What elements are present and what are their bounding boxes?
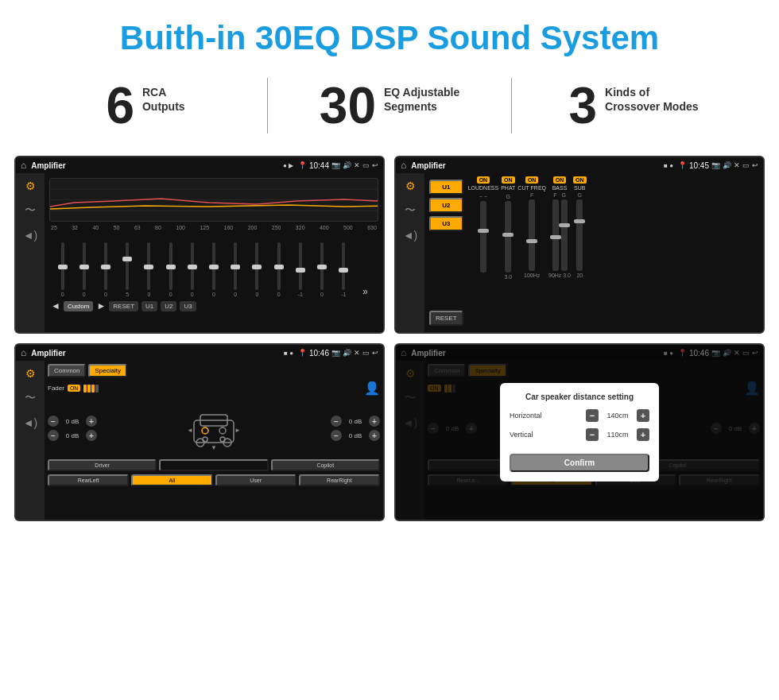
speaker-icon-1[interactable]: ◄) (23, 229, 38, 242)
confirm-button[interactable]: Confirm (510, 454, 649, 472)
wave-icon-1[interactable]: 〜 (25, 203, 36, 218)
status-icons-3: 📍 10:46 📷 🔊 ✕ ▭ ↩ (298, 349, 378, 358)
u2-btn[interactable]: U2 (161, 301, 176, 311)
db-minus-tr[interactable]: − (331, 416, 342, 427)
eq-slider-0[interactable]: 0 (52, 242, 72, 297)
tab-common[interactable]: Common (48, 364, 86, 377)
db-minus-tl[interactable]: − (48, 416, 59, 427)
vertical-label: Vertical (510, 431, 553, 439)
pin-icon-3: 📍 (298, 349, 307, 357)
dsp-reset-btn[interactable]: RESET (429, 311, 463, 326)
app-title-2: Amplifier (411, 161, 659, 170)
person-icon[interactable]: 👤 (364, 381, 380, 396)
vertical-plus[interactable]: + (637, 428, 649, 441)
copilot-btn[interactable]: Copilot (271, 459, 380, 471)
dot-icon-3: ■ ● (284, 350, 293, 357)
horizontal-plus[interactable]: + (637, 409, 649, 422)
all-btn[interactable]: All (131, 474, 212, 486)
status-bar-2: ⌂ Amplifier ■ ● 📍 10:45 📷 🔊 ✕ ▭ ↩ (396, 157, 763, 173)
channel-cutfreq: ON CUT FREQ F 100Hz (517, 176, 546, 329)
sub-slider[interactable] (576, 199, 583, 271)
loudness-slider[interactable] (480, 201, 486, 273)
preset-custom[interactable]: Custom (64, 301, 94, 311)
u3-btn[interactable]: U3 (180, 301, 196, 311)
preset-u3[interactable]: U3 (429, 216, 463, 231)
db-minus-bl[interactable]: − (48, 430, 59, 441)
eq-slider-expand[interactable]: » (355, 286, 375, 297)
cross-main: Common Specialty Fader ON 👤 (45, 361, 383, 520)
vertical-minus[interactable]: − (586, 428, 599, 441)
eq-bottom-bar: ◄ Custom ► RESET U1 U2 U3 (49, 300, 378, 311)
svg-text:◄: ◄ (187, 427, 193, 434)
channel-bass: ON BASS F G (548, 176, 571, 329)
stat-divider-1 (267, 78, 268, 133)
status-icons-1: 📍 10:44 📷 🔊 ✕ ▭ ↩ (298, 161, 378, 170)
next-arrow[interactable]: ► (96, 300, 106, 311)
eq-slider-11[interactable]: -1 (290, 242, 310, 297)
rearright-btn[interactable]: RearRight (299, 474, 380, 486)
db-minus-br[interactable]: − (331, 430, 342, 441)
camera-icon-2: 📷 (711, 161, 720, 169)
camera-icon-1: 📷 (331, 161, 340, 169)
user-btn[interactable]: User (215, 474, 296, 486)
horizontal-minus[interactable]: − (586, 409, 599, 422)
volume-icon-3: 🔊 (343, 349, 351, 357)
wave-icon-2[interactable]: 〜 (405, 203, 416, 218)
speaker-icon-2[interactable]: ◄) (403, 229, 418, 242)
eq-freq-labels: 25 32 40 50 63 80 100 125 160 200 250 32… (49, 225, 378, 230)
cutfreq-slider[interactable] (529, 199, 535, 271)
eq-slider-10[interactable]: 0 (269, 242, 289, 297)
db-plus-bl[interactable]: + (86, 430, 97, 441)
eq-slider-12[interactable]: 0 (312, 242, 331, 297)
dsp-channel-controls: ON LOUDNESS ~ ~ ON (468, 176, 587, 329)
stat-eq-label: EQ AdjustableSegments (384, 85, 459, 114)
eq-slider-7[interactable]: 0 (203, 242, 223, 297)
eq-slider-13[interactable]: -1 (334, 242, 354, 297)
home-icon-1: ⌂ (21, 160, 26, 171)
eq-slider-8[interactable]: 0 (226, 242, 246, 297)
back-icon-2: ↩ (752, 161, 758, 169)
screen-dialog: ⌂ Amplifier ■ ● 📍 10:46 📷 🔊 ✕ ▭ ↩ ⚙ 〜 ◄) (394, 343, 765, 521)
pin-icon-2: 📍 (678, 161, 687, 169)
pin-icon-1: 📍 (298, 161, 307, 169)
crossover-content: ⚙ 〜 ◄) Common Specialty Fader ON (16, 361, 383, 520)
prev-arrow[interactable]: ◄ (51, 300, 60, 311)
db-plus-br[interactable]: + (369, 430, 380, 441)
preset-u2[interactable]: U2 (429, 198, 463, 213)
window-icon-3: ▭ (362, 349, 370, 357)
left-db-controls: − 0 dB + − 0 dB + (48, 416, 97, 441)
bass-slider-g[interactable] (561, 199, 568, 271)
filter-icon-2[interactable]: ⚙ (405, 180, 416, 192)
home-icon-3: ⌂ (21, 347, 26, 358)
eq-slider-9[interactable]: 0 (247, 242, 267, 297)
eq-slider-2[interactable]: 0 (95, 242, 115, 297)
phat-slider[interactable] (505, 201, 511, 273)
app-title-1: Amplifier (31, 161, 278, 170)
filter-icon-3[interactable]: ⚙ (25, 367, 36, 380)
bass-slider-f[interactable] (552, 199, 559, 271)
preset-u1[interactable]: U1 (429, 180, 463, 195)
db-row-bl: − 0 dB + (48, 430, 97, 441)
db-plus-tl[interactable]: + (86, 416, 97, 427)
u1-btn[interactable]: U1 (141, 301, 157, 311)
eq-slider-3[interactable]: 5 (118, 242, 138, 297)
stat-crossover-label: Kinds ofCrossover Modes (605, 85, 698, 114)
rearleft-btn[interactable]: RearLeft (48, 474, 129, 486)
eq-slider-1[interactable]: 0 (74, 242, 94, 297)
time-1: 10:44 (309, 161, 329, 170)
channel-loudness: ON LOUDNESS ~ ~ (468, 176, 499, 329)
speaker-icon-3[interactable]: ◄) (23, 416, 38, 429)
dialog-title: Car speaker distance setting (510, 393, 649, 401)
tab-specialty[interactable]: Specialty (88, 364, 126, 377)
back-icon-3: ↩ (372, 349, 378, 357)
filter-icon-1[interactable]: ⚙ (25, 180, 36, 192)
eq-slider-5[interactable]: 0 (161, 242, 180, 297)
reset-btn[interactable]: RESET (109, 301, 138, 311)
eq-slider-4[interactable]: 0 (139, 242, 159, 297)
driver-btn[interactable]: Driver (48, 459, 157, 471)
eq-slider-6[interactable]: 0 (182, 242, 202, 297)
svg-text:►: ► (234, 427, 241, 434)
db-plus-tr[interactable]: + (369, 416, 380, 427)
eq-content: ⚙ 〜 ◄) (16, 173, 383, 332)
wave-icon-3[interactable]: 〜 (25, 391, 36, 405)
